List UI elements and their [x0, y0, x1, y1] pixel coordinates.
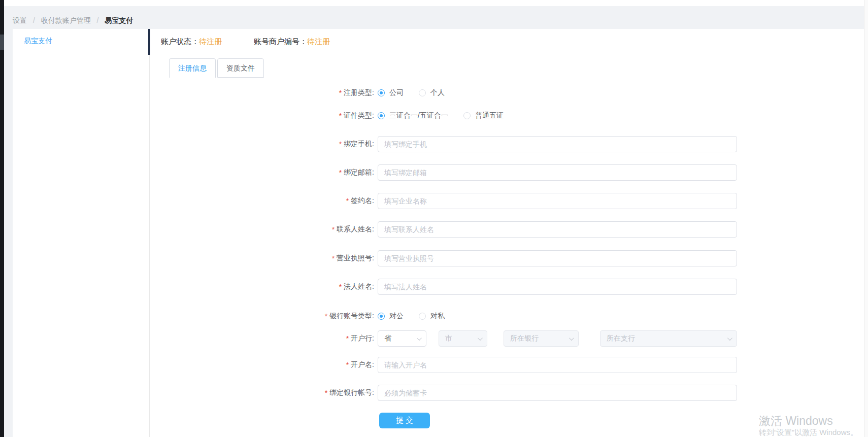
- legal-name-label: 法人姓名:: [344, 282, 374, 291]
- merchant-no-value: 待注册: [307, 37, 330, 46]
- radio-private[interactable]: 对私: [419, 312, 445, 321]
- radio-unselected-icon: [419, 313, 426, 320]
- required-mark: *: [346, 197, 349, 205]
- account-status-label: 账户状态：: [161, 37, 199, 46]
- province-select[interactable]: 省: [378, 330, 426, 347]
- required-mark: *: [325, 389, 327, 397]
- form-row-license-no: *营业执照号:: [0, 250, 868, 266]
- branch-select[interactable]: 所在支行: [600, 330, 737, 347]
- required-mark: *: [339, 140, 342, 148]
- form-row-bind-email: *绑定邮箱:: [0, 164, 868, 181]
- legal-name-input[interactable]: [378, 279, 737, 295]
- bind-email-input[interactable]: [378, 164, 737, 181]
- account-name-input[interactable]: [378, 357, 737, 373]
- sign-name-input[interactable]: [378, 193, 737, 209]
- bank-branch-label: 开户行:: [351, 334, 374, 343]
- chevron-down-icon: [478, 335, 483, 341]
- account-name-label: 开户名:: [351, 360, 374, 369]
- merchant-no-label: 账号商户编号：: [254, 37, 307, 46]
- radio-company[interactable]: 公司: [378, 88, 404, 97]
- account-status-value: 待注册: [199, 37, 222, 46]
- bank-card-input[interactable]: [378, 385, 737, 401]
- chevron-down-icon: [417, 335, 422, 341]
- license-no-label: 营业执照号:: [337, 254, 374, 263]
- required-mark: *: [339, 283, 342, 291]
- radio-personal-label: 个人: [430, 88, 445, 97]
- form-row-bank-account-type: *银行账号类型: 对公 对私: [0, 311, 868, 321]
- radio-private-label: 对私: [430, 312, 445, 321]
- bind-phone-input[interactable]: [378, 136, 737, 152]
- divider-accent: [148, 29, 150, 55]
- breadcrumb-item-yeepay: 易宝支付: [105, 16, 133, 24]
- radio-selected-icon: [378, 89, 385, 96]
- radio-three-in-one-label: 三证合一/五证合一: [389, 111, 448, 120]
- radio-selected-icon: [378, 112, 385, 119]
- breadcrumb-item-payment-accounts[interactable]: 收付款账户管理: [41, 16, 91, 24]
- form-row-register-type: *注册类型: 公司 个人: [0, 88, 868, 98]
- radio-selected-icon: [378, 313, 385, 320]
- required-mark: *: [346, 334, 349, 343]
- collapsed-sidebar-active-item: [0, 35, 4, 50]
- scrollbar[interactable]: [864, 0, 868, 437]
- required-mark: *: [339, 112, 342, 120]
- contact-name-label: 联系人姓名:: [337, 225, 374, 234]
- bank-card-label: 绑定银行帐号:: [329, 388, 374, 397]
- chevron-down-icon: [727, 335, 732, 341]
- account-status: 账户状态：待注册: [161, 37, 222, 47]
- register-type-label: 注册类型:: [344, 88, 374, 97]
- form-row-legal-name: *法人姓名:: [0, 279, 868, 295]
- bank-select[interactable]: 所在银行: [504, 330, 579, 347]
- city-select-value: 市: [445, 334, 452, 343]
- city-select[interactable]: 市: [439, 330, 487, 347]
- bank-select-value: 所在银行: [510, 334, 539, 343]
- branch-select-value: 所在支行: [607, 334, 635, 343]
- form-row-contact-name: *联系人姓名:: [0, 221, 868, 238]
- required-mark: *: [325, 312, 327, 320]
- required-mark: *: [332, 225, 335, 233]
- breadcrumb: 设置 / 收付款账户管理 / 易宝支付: [13, 15, 133, 25]
- required-mark: *: [346, 361, 349, 369]
- chevron-down-icon: [569, 335, 574, 341]
- radio-three-in-one[interactable]: 三证合一/五证合一: [378, 111, 448, 120]
- app-window: 设置 / 收付款账户管理 / 易宝支付 易宝支付 账户状态：待注册 账号商户编号…: [0, 0, 868, 437]
- cert-type-label: 证件类型:: [344, 111, 374, 120]
- bind-email-label: 绑定邮箱:: [344, 168, 374, 177]
- sign-name-label: 签约名:: [351, 196, 374, 206]
- sidebar-item-yeepay[interactable]: 易宝支付: [24, 36, 52, 46]
- breadcrumb-item-settings[interactable]: 设置: [13, 16, 27, 24]
- tab-qualification-files[interactable]: 资质文件: [217, 58, 264, 78]
- form-row-account-name: *开户名:: [0, 357, 868, 373]
- required-mark: *: [339, 169, 342, 177]
- required-mark: *: [339, 89, 342, 97]
- contact-name-input[interactable]: [378, 221, 737, 238]
- radio-company-label: 公司: [389, 88, 404, 97]
- radio-ordinary-five[interactable]: 普通五证: [463, 111, 504, 120]
- radio-corporate-label: 对公: [389, 312, 404, 321]
- radio-unselected-icon: [419, 89, 426, 96]
- province-select-value: 省: [384, 334, 391, 343]
- form-row-bind-phone: *绑定手机:: [0, 136, 868, 152]
- license-no-input[interactable]: [378, 250, 737, 266]
- form-row-cert-type: *证件类型: 三证合一/五证合一 普通五证: [0, 111, 868, 121]
- form-row-bank-card: *绑定银行帐号:: [0, 385, 868, 401]
- radio-unselected-icon: [463, 112, 471, 119]
- radio-personal[interactable]: 个人: [419, 88, 445, 97]
- radio-ordinary-five-label: 普通五证: [475, 111, 504, 120]
- radio-corporate[interactable]: 对公: [378, 312, 404, 321]
- form-row-bank-branch: *开户行: 省 市 所在银行 所在支行: [0, 330, 868, 347]
- breadcrumb-separator: /: [97, 16, 99, 24]
- bind-phone-label: 绑定手机:: [344, 140, 374, 149]
- submit-button[interactable]: 提 交: [379, 413, 430, 428]
- tab-register-info[interactable]: 注册信息: [169, 58, 216, 78]
- required-mark: *: [332, 254, 335, 262]
- breadcrumb-separator: /: [33, 16, 35, 24]
- merchant-no: 账号商户编号：待注册: [254, 37, 330, 47]
- bank-account-type-label: 银行账号类型:: [329, 312, 374, 321]
- form-row-sign-name: *签约名:: [0, 193, 868, 209]
